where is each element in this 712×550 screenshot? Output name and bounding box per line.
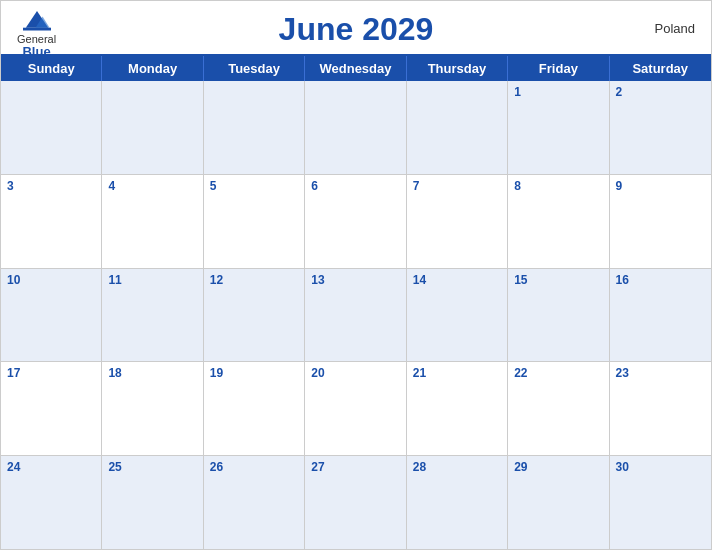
day-header-thursday: Thursday bbox=[407, 56, 508, 81]
day-number: 21 bbox=[413, 366, 501, 380]
calendar-header: General Blue June 2029 Poland bbox=[1, 1, 711, 54]
day-number: 9 bbox=[616, 179, 705, 193]
day-number: 20 bbox=[311, 366, 399, 380]
day-cell[interactable]: 19 bbox=[204, 362, 305, 455]
day-header-saturday: Saturday bbox=[610, 56, 711, 81]
day-number: 18 bbox=[108, 366, 196, 380]
day-number: 19 bbox=[210, 366, 298, 380]
svg-rect-2 bbox=[23, 28, 51, 31]
day-number: 22 bbox=[514, 366, 602, 380]
day-number: 10 bbox=[7, 273, 95, 287]
day-number: 11 bbox=[108, 273, 196, 287]
week-row: 24252627282930 bbox=[1, 456, 711, 549]
day-cell[interactable]: 23 bbox=[610, 362, 711, 455]
logo-blue-text: Blue bbox=[22, 45, 50, 59]
day-cell[interactable]: 28 bbox=[407, 456, 508, 549]
day-header-monday: Monday bbox=[102, 56, 203, 81]
weeks-container: 1234567891011121314151617181920212223242… bbox=[1, 81, 711, 549]
day-cell[interactable]: 9 bbox=[610, 175, 711, 268]
day-number: 15 bbox=[514, 273, 602, 287]
week-row: 3456789 bbox=[1, 175, 711, 269]
day-cell[interactable]: 14 bbox=[407, 269, 508, 362]
day-number: 25 bbox=[108, 460, 196, 474]
week-row: 12 bbox=[1, 81, 711, 175]
day-header-friday: Friday bbox=[508, 56, 609, 81]
day-cell[interactable]: 24 bbox=[1, 456, 102, 549]
day-cell[interactable]: 20 bbox=[305, 362, 406, 455]
day-cell[interactable] bbox=[204, 81, 305, 174]
country-label: Poland bbox=[655, 20, 695, 35]
day-cell[interactable]: 2 bbox=[610, 81, 711, 174]
day-cell[interactable]: 18 bbox=[102, 362, 203, 455]
day-cell[interactable]: 7 bbox=[407, 175, 508, 268]
day-cell[interactable]: 6 bbox=[305, 175, 406, 268]
day-cell[interactable] bbox=[1, 81, 102, 174]
day-number: 12 bbox=[210, 273, 298, 287]
day-number: 6 bbox=[311, 179, 399, 193]
day-header-tuesday: Tuesday bbox=[204, 56, 305, 81]
day-number: 16 bbox=[616, 273, 705, 287]
day-cell[interactable]: 30 bbox=[610, 456, 711, 549]
day-header-sunday: Sunday bbox=[1, 56, 102, 81]
day-cell[interactable]: 12 bbox=[204, 269, 305, 362]
calendar-grid: SundayMondayTuesdayWednesdayThursdayFrid… bbox=[1, 54, 711, 549]
day-cell[interactable]: 25 bbox=[102, 456, 203, 549]
day-cell[interactable]: 3 bbox=[1, 175, 102, 268]
day-number: 29 bbox=[514, 460, 602, 474]
day-number: 3 bbox=[7, 179, 95, 193]
day-number: 30 bbox=[616, 460, 705, 474]
day-number: 17 bbox=[7, 366, 95, 380]
day-cell[interactable]: 27 bbox=[305, 456, 406, 549]
day-cell[interactable]: 26 bbox=[204, 456, 305, 549]
day-number: 14 bbox=[413, 273, 501, 287]
day-number: 2 bbox=[616, 85, 705, 99]
day-cell[interactable]: 17 bbox=[1, 362, 102, 455]
day-cell[interactable]: 4 bbox=[102, 175, 203, 268]
day-number: 5 bbox=[210, 179, 298, 193]
week-row: 17181920212223 bbox=[1, 362, 711, 456]
day-number: 27 bbox=[311, 460, 399, 474]
day-cell[interactable] bbox=[102, 81, 203, 174]
day-cell[interactable]: 22 bbox=[508, 362, 609, 455]
day-cell[interactable]: 13 bbox=[305, 269, 406, 362]
day-cell[interactable]: 21 bbox=[407, 362, 508, 455]
logo-icon bbox=[23, 9, 51, 31]
day-number: 28 bbox=[413, 460, 501, 474]
day-cell[interactable]: 16 bbox=[610, 269, 711, 362]
day-cell[interactable]: 1 bbox=[508, 81, 609, 174]
day-number: 24 bbox=[7, 460, 95, 474]
day-cell[interactable] bbox=[407, 81, 508, 174]
day-number: 1 bbox=[514, 85, 602, 99]
day-header-wednesday: Wednesday bbox=[305, 56, 406, 81]
logo: General Blue bbox=[17, 9, 56, 59]
day-cell[interactable]: 10 bbox=[1, 269, 102, 362]
day-cell[interactable]: 8 bbox=[508, 175, 609, 268]
day-headers: SundayMondayTuesdayWednesdayThursdayFrid… bbox=[1, 56, 711, 81]
calendar-title: June 2029 bbox=[279, 11, 434, 48]
calendar: General Blue June 2029 Poland SundayMond… bbox=[0, 0, 712, 550]
day-cell[interactable]: 5 bbox=[204, 175, 305, 268]
day-cell[interactable]: 29 bbox=[508, 456, 609, 549]
day-number: 7 bbox=[413, 179, 501, 193]
day-cell[interactable] bbox=[305, 81, 406, 174]
day-number: 8 bbox=[514, 179, 602, 193]
day-number: 13 bbox=[311, 273, 399, 287]
day-number: 26 bbox=[210, 460, 298, 474]
day-number: 4 bbox=[108, 179, 196, 193]
day-number: 23 bbox=[616, 366, 705, 380]
week-row: 10111213141516 bbox=[1, 269, 711, 363]
day-cell[interactable]: 11 bbox=[102, 269, 203, 362]
day-cell[interactable]: 15 bbox=[508, 269, 609, 362]
